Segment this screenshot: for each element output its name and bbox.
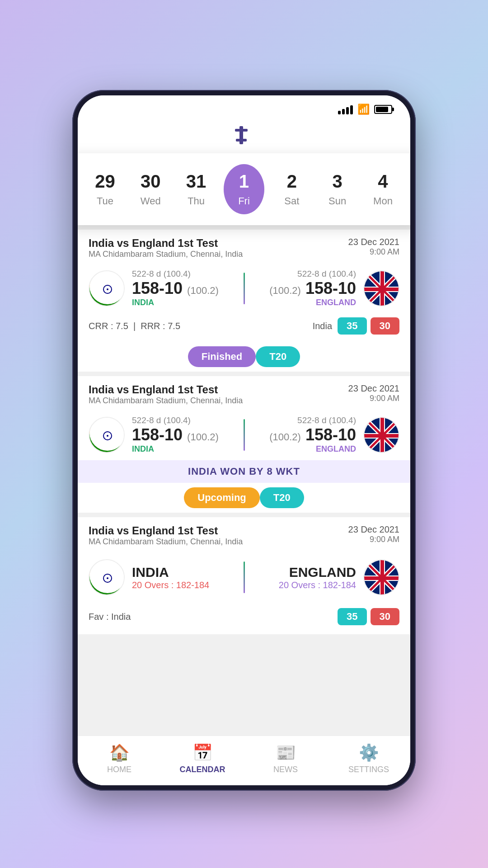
cal-day-name: Tue — [97, 195, 113, 207]
crr-text-1: CRR : 7.5 | RRR : 7.5 — [89, 321, 180, 331]
nav-item-calendar[interactable]: 📅 CALENDAR — [175, 743, 230, 774]
nav-label-home: HOME — [107, 765, 131, 774]
score-info-england-3: ENGLAND 20 Overs : 182-184 — [252, 565, 357, 590]
svg-point-5 — [107, 288, 108, 290]
odds-btn-1b[interactable]: 30 — [371, 317, 399, 335]
score-info-england-1: 522-8 d (100.4) (100.2) 158-10 ENGLAND — [252, 269, 357, 307]
match-title-1: India vs England 1st Test — [89, 237, 243, 250]
score-top-eng-1: 522-8 d (100.4) — [297, 269, 356, 279]
svg-point-19 — [107, 435, 108, 437]
match-time-1: 9:00 AM — [348, 247, 399, 257]
calendar-strip: 29 Tue30 Wed31 Thu1 Fri2 Sat3 Sun4 Mon — [78, 153, 410, 225]
match-header-3: India vs England 1st Test MA Chidambaram… — [78, 517, 410, 550]
score-top-eng-2: 522-8 d (100.4) — [297, 415, 356, 425]
calendar-day-30[interactable]: 30 Wed — [132, 171, 169, 207]
nav-item-news[interactable]: 📰 NEWS — [258, 743, 313, 774]
score-main-eng-1: (100.2) 158-10 — [269, 279, 356, 298]
match-venue-2: MA Chidambaram Stadium, Chennai, India — [89, 396, 243, 406]
score-row-2: 522-8 d (100.4) 158-10 (100.2) INDIA 522… — [78, 409, 410, 460]
match-time-3: 9:00 AM — [348, 535, 399, 544]
nav-label-news: NEWS — [273, 765, 298, 774]
odds-btn-1a[interactable]: 35 — [338, 317, 366, 335]
calendar-day-1[interactable]: 1 Fri — [224, 164, 264, 214]
odds-btn-3b[interactable]: 30 — [371, 608, 399, 625]
upcoming-score-row: INDIA 20 Overs : 182-184 ENGLAND 20 Over… — [78, 550, 410, 604]
team-name-india-2: INDIA — [132, 444, 236, 454]
badge-finished-1: Finished — [188, 346, 256, 367]
cal-day-num: 1 — [239, 171, 249, 192]
svg-rect-2 — [236, 139, 247, 142]
score-info-india-2: 522-8 d (100.4) 158-10 (100.2) INDIA — [132, 415, 236, 454]
vs-divider-3 — [244, 561, 245, 593]
cal-day-name: Thu — [188, 195, 205, 207]
upcoming-england-overs: 20 Overs : 182-184 — [279, 580, 356, 590]
nav-icon-calendar: 📅 — [192, 743, 213, 762]
cal-day-num: 2 — [287, 171, 297, 192]
match-header-1: India vs England 1st Test MA Chidambaram… — [78, 230, 410, 263]
wifi-icon: 📶 — [357, 104, 370, 115]
india-flag-2 — [89, 417, 125, 453]
upcoming-india-overs: 20 Overs : 182-184 — [132, 580, 236, 590]
main-content[interactable]: India vs England 1st Test MA Chidambaram… — [78, 225, 410, 736]
score-main-india-2: 158-10 (100.2) — [132, 425, 236, 444]
phone-screen: 📶 29 Tue30 Wed31 — [78, 95, 410, 785]
team-name-england-2: ENGLAND — [316, 444, 356, 454]
cal-day-num: 29 — [95, 171, 115, 192]
cal-day-num: 4 — [378, 171, 388, 192]
fav-text: Fav : India — [89, 612, 131, 622]
calendar-day-3[interactable]: 3 Sun — [319, 171, 356, 207]
calendar-day-4[interactable]: 4 Mon — [365, 171, 401, 207]
cal-day-name: Wed — [141, 195, 161, 207]
match-venue-1: MA Chidambaram Stadium, Chennai, India — [89, 250, 243, 259]
upcoming-india-name: INDIA — [132, 565, 236, 580]
nav-icon-news: 📰 — [276, 743, 296, 762]
match-card-3: India vs England 1st Test MA Chidambaram… — [78, 517, 410, 634]
india-flag-3 — [89, 559, 125, 595]
cal-day-num: 3 — [333, 171, 343, 192]
cal-day-name: Sat — [284, 195, 299, 207]
nav-label-settings: SETTINGS — [348, 765, 389, 774]
phone-frame: 📶 29 Tue30 Wed31 — [72, 90, 416, 791]
score-row-1: 522-8 d (100.4) 158-10 (100.2) INDIA 522… — [78, 263, 410, 314]
status-icons: 📶 — [338, 104, 392, 115]
team-name-england-1: ENGLAND — [316, 298, 356, 307]
england-flag-1 — [363, 270, 399, 307]
england-flag-3 — [363, 559, 399, 595]
status-bar: 📶 — [78, 95, 410, 119]
nav-item-settings[interactable]: ⚙️ SETTINGS — [342, 743, 396, 774]
nav-item-home[interactable]: 🏠 HOME — [92, 743, 146, 774]
calendar-day-2[interactable]: 2 Sat — [274, 171, 310, 207]
score-main-eng-2: (100.2) 158-10 — [269, 425, 356, 444]
cal-day-num: 30 — [141, 171, 161, 192]
score-info-india-3: INDIA 20 Overs : 182-184 — [132, 565, 236, 590]
status-badges-2: Upcoming T20 — [78, 483, 410, 513]
match-date-3: 23 Dec 2021 — [348, 524, 399, 535]
cal-day-num: 31 — [186, 171, 206, 192]
match-header-2: India vs England 1st Test MA Chidambaram… — [78, 376, 410, 409]
cal-day-name: Fri — [238, 195, 250, 207]
odds-btn-3a[interactable]: 35 — [338, 608, 366, 625]
battery-icon — [374, 105, 392, 114]
match-card-1: India vs England 1st Test MA Chidambaram… — [78, 230, 410, 372]
odds-team-label: India — [313, 321, 332, 331]
vs-divider-1 — [244, 273, 245, 304]
match-time-2: 9:00 AM — [348, 394, 399, 403]
odds-row-1: India 35 30 — [313, 317, 399, 335]
status-badges-1: Finished T20 — [78, 342, 410, 372]
match-card-2: India vs England 1st Test MA Chidambaram… — [78, 376, 410, 513]
svg-rect-1 — [235, 129, 248, 132]
calendar-day-31[interactable]: 31 Thu — [178, 171, 214, 207]
calendar-day-29[interactable]: 29 Tue — [87, 171, 123, 207]
india-flag-1 — [89, 270, 125, 307]
match-title-3: India vs England 1st Test — [89, 524, 243, 537]
match-date-1: 23 Dec 2021 — [348, 237, 399, 247]
match-venue-3: MA Chidambaram Stadium, Chennai, India — [89, 537, 243, 547]
fav-row: Fav : India 35 30 — [78, 604, 410, 634]
score-info-england-2: 522-8 d (100.4) (100.2) 158-10 ENGLAND — [252, 415, 357, 454]
england-flag-2 — [363, 417, 399, 453]
bottom-nav: 🏠 HOME📅 CALENDAR📰 NEWS⚙️ SETTINGS — [78, 736, 410, 785]
cal-day-name: Mon — [373, 195, 393, 207]
svg-point-33 — [107, 577, 108, 579]
nav-label-calendar: CALENDAR — [180, 765, 225, 774]
match-date-2: 23 Dec 2021 — [348, 383, 399, 394]
